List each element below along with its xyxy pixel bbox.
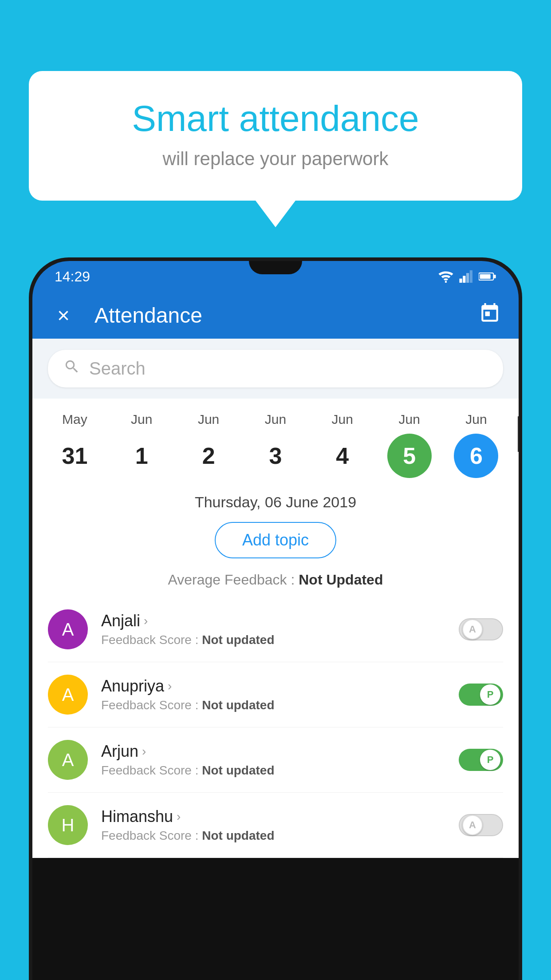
toggle-3[interactable]: A (459, 814, 503, 836)
signal-icon (459, 270, 473, 283)
status-bar: 14:29 (32, 261, 519, 292)
student-feedback-3: Feedback Score : Not updated (101, 829, 445, 843)
chevron-icon-1: › (168, 679, 172, 693)
student-item-0: AAnjali ›Feedback Score : Not updatedA (48, 597, 503, 662)
battery-icon (479, 272, 496, 281)
search-icon (63, 358, 80, 379)
calendar-day-6[interactable]: Jun6 (447, 412, 505, 478)
student-info-3[interactable]: Himanshu ›Feedback Score : Not updated (101, 807, 445, 843)
cal-month-0: May (62, 412, 87, 427)
search-container: Search (32, 339, 519, 399)
cal-month-3: Jun (265, 412, 286, 427)
cal-date-2[interactable]: 2 (186, 434, 231, 478)
calendar-day-5[interactable]: Jun5 (381, 412, 438, 478)
cal-date-3[interactable]: 3 (253, 434, 298, 478)
speech-bubble: Smart attendance will replace your paper… (29, 71, 522, 201)
app-bar-title: Attendance (77, 303, 479, 328)
search-bar[interactable]: Search (48, 350, 503, 387)
cal-date-1[interactable]: 1 (119, 434, 164, 478)
cal-month-6: Jun (465, 412, 487, 427)
cal-date-6[interactable]: 6 (454, 434, 498, 478)
student-info-2[interactable]: Arjun ›Feedback Score : Not updated (101, 742, 445, 778)
speech-bubble-subtitle: will replace your paperwork (64, 148, 487, 170)
calendar-day-4[interactable]: Jun4 (314, 412, 371, 478)
student-name-3[interactable]: Himanshu › (101, 807, 445, 826)
speech-bubble-container: Smart attendance will replace your paper… (29, 71, 522, 227)
cal-date-31[interactable]: 31 (52, 434, 97, 478)
svg-point-0 (445, 281, 447, 283)
calendar-day-1[interactable]: Jun1 (113, 412, 170, 478)
student-feedback-2: Feedback Score : Not updated (101, 763, 445, 778)
chevron-icon-0: › (144, 614, 148, 628)
svg-rect-6 (493, 275, 496, 278)
svg-rect-3 (466, 273, 469, 283)
search-placeholder: Search (89, 359, 146, 379)
cal-month-4: Jun (332, 412, 353, 427)
svg-rect-7 (480, 274, 491, 279)
toggle-knob-0: A (462, 619, 483, 640)
student-name-2[interactable]: Arjun › (101, 742, 445, 761)
notch (249, 261, 302, 274)
side-button-right (518, 416, 519, 452)
calendar-day-31[interactable]: May31 (46, 412, 103, 478)
student-feedback-0: Feedback Score : Not updated (101, 633, 445, 647)
student-avatar-1: A (48, 675, 88, 715)
cal-month-5: Jun (398, 412, 420, 427)
app-bar: × Attendance (32, 292, 519, 339)
toggle-1[interactable]: P (459, 684, 503, 706)
status-bar-time: 14:29 (55, 269, 90, 285)
cal-month-2: Jun (198, 412, 219, 427)
phone-frame: 14:29 (29, 257, 522, 980)
speech-bubble-title: Smart attendance (64, 98, 487, 139)
toggle-knob-3: A (462, 815, 483, 835)
toggle-0[interactable]: A (459, 618, 503, 640)
svg-rect-4 (470, 270, 472, 283)
student-item-2: AArjun ›Feedback Score : Not updatedP (48, 727, 503, 793)
content-area: Search May31Jun1Jun2Jun3Jun4Jun5Jun6 Thu… (32, 339, 519, 858)
add-topic-container: Add topic (32, 518, 519, 567)
status-bar-icons (438, 270, 496, 283)
svg-rect-1 (459, 279, 462, 283)
calendar-day-2[interactable]: Jun2 (180, 412, 237, 478)
cal-date-4[interactable]: 4 (320, 434, 365, 478)
student-info-1[interactable]: Anupriya ›Feedback Score : Not updated (101, 677, 445, 712)
student-name-1[interactable]: Anupriya › (101, 677, 445, 695)
student-avatar-2: A (48, 740, 88, 780)
svg-rect-2 (463, 276, 465, 283)
toggle-knob-1: P (480, 684, 500, 705)
cal-month-1: Jun (131, 412, 152, 427)
toggle-knob-2: P (480, 750, 500, 770)
wifi-icon (438, 270, 454, 283)
chevron-icon-3: › (177, 810, 181, 824)
student-info-0[interactable]: Anjali ›Feedback Score : Not updated (101, 612, 445, 647)
add-topic-button[interactable]: Add topic (215, 522, 336, 558)
student-name-0[interactable]: Anjali › (101, 612, 445, 630)
student-feedback-1: Feedback Score : Not updated (101, 698, 445, 712)
average-feedback: Average Feedback : Not Updated (32, 567, 519, 597)
cal-date-5[interactable]: 5 (387, 434, 432, 478)
calendar-icon[interactable] (479, 302, 501, 329)
student-list: AAnjali ›Feedback Score : Not updatedAAA… (32, 597, 519, 858)
chevron-icon-2: › (142, 744, 146, 759)
speech-bubble-arrow (256, 201, 295, 227)
calendar-strip: May31Jun1Jun2Jun3Jun4Jun5Jun6 (32, 399, 519, 485)
student-avatar-0: A (48, 609, 88, 649)
toggle-2[interactable]: P (459, 749, 503, 771)
close-button[interactable]: × (50, 305, 77, 326)
selected-date-label: Thursday, 06 June 2019 (32, 485, 519, 518)
student-item-1: AAnupriya ›Feedback Score : Not updatedP (48, 662, 503, 727)
student-item-3: HHimanshu ›Feedback Score : Not updatedA (48, 793, 503, 858)
phone-inner: 14:29 (32, 261, 519, 980)
avg-feedback-label: Average Feedback : (168, 572, 295, 588)
calendar-day-3[interactable]: Jun3 (247, 412, 304, 478)
avg-feedback-value: Not Updated (299, 572, 383, 588)
student-avatar-3: H (48, 805, 88, 845)
